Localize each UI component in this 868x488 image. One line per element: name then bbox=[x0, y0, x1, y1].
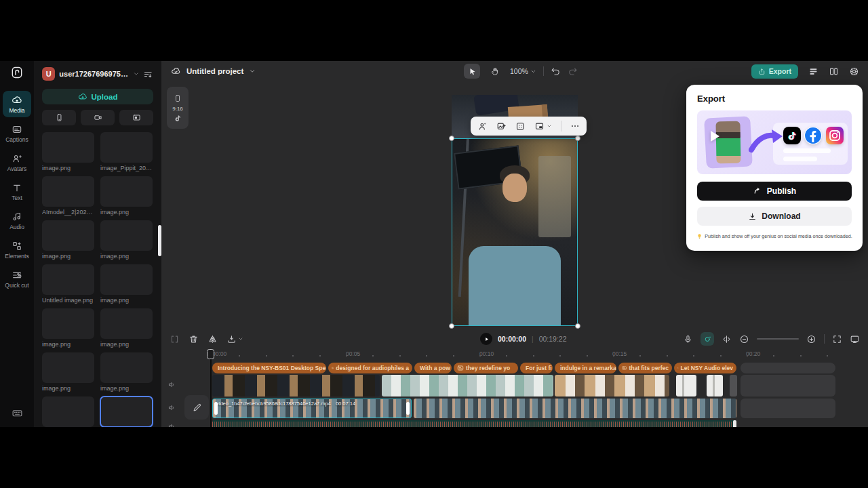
user-avatar[interactable]: U bbox=[42, 67, 55, 81]
split-view-icon[interactable] bbox=[829, 66, 839, 77]
media-thumbnail[interactable]: image.png bbox=[42, 132, 94, 174]
keyboard-shortcuts-icon[interactable] bbox=[12, 407, 23, 419]
camera-source-button[interactable] bbox=[81, 110, 115, 125]
media-thumbnail[interactable]: image.png bbox=[42, 352, 94, 394]
sidebar-item-media[interactable]: Media bbox=[3, 91, 31, 117]
zoom-out-icon[interactable] bbox=[739, 334, 749, 344]
avatar-swap-icon[interactable] bbox=[477, 121, 488, 131]
caption-clip[interactable]: For just fi bbox=[520, 363, 553, 373]
broll-clip[interactable] bbox=[212, 375, 380, 396]
canvas-tools: 100% bbox=[464, 61, 578, 81]
edit-clip-button[interactable] bbox=[184, 395, 209, 420]
mute-track-icon[interactable] bbox=[167, 380, 176, 389]
chevron-down-icon[interactable] bbox=[133, 70, 140, 77]
video-clip-selected[interactable]: video_1b47cfebebcb95868dc17887546e12a7.m… bbox=[212, 399, 412, 418]
playhead-marker[interactable] bbox=[207, 349, 214, 359]
mute-track-icon[interactable] bbox=[167, 422, 176, 427]
mute-track-icon[interactable] bbox=[167, 403, 176, 412]
caption-text: indulge in a remarka bbox=[560, 365, 616, 371]
thumbnail-label: image.png bbox=[100, 297, 153, 304]
caption-clip[interactable]: that fits perfec bbox=[618, 363, 672, 373]
split-clip-icon[interactable] bbox=[170, 334, 180, 344]
broll-clip[interactable] bbox=[676, 375, 696, 396]
divider bbox=[543, 66, 544, 76]
more-options-icon[interactable] bbox=[570, 121, 580, 131]
selection-handle-bottom-right[interactable] bbox=[575, 323, 580, 329]
timeline[interactable]: 00:00 00:05 00:10 00:15 00:20 Introducin… bbox=[161, 349, 868, 427]
microphone-icon[interactable] bbox=[683, 334, 693, 344]
sidebar-item-elements[interactable]: Elements bbox=[3, 237, 31, 263]
publish-button[interactable]: Publish bbox=[697, 182, 852, 201]
chevron-down-icon[interactable] bbox=[249, 68, 256, 75]
user-name[interactable]: user172676969755... bbox=[59, 70, 128, 78]
screen-source-button[interactable] bbox=[119, 110, 153, 125]
caption-clip[interactable]: designed for audiophiles a bbox=[328, 363, 412, 373]
caption-clip[interactable]: indulge in a remarka bbox=[555, 363, 616, 373]
aspect-ratio-selector[interactable]: 9:16 bbox=[167, 87, 189, 129]
sidebar-item-captions[interactable]: Captions bbox=[3, 120, 31, 146]
media-thumbnail-selected[interactable] bbox=[100, 396, 153, 427]
media-thumbnail[interactable]: image.png bbox=[100, 176, 153, 218]
media-thumbnail[interactable]: image.png bbox=[100, 352, 153, 394]
replace-image-icon[interactable] bbox=[496, 121, 507, 131]
frame-style-icon[interactable] bbox=[515, 121, 526, 131]
caption-clip[interactable]: they redefine yo bbox=[454, 363, 518, 373]
media-thumbnail[interactable]: image.png bbox=[100, 220, 153, 262]
sidebar-item-quick-cut[interactable]: Quick cut bbox=[3, 266, 31, 292]
media-thumbnail[interactable]: image.png bbox=[100, 264, 153, 306]
broll-clip[interactable] bbox=[555, 375, 669, 396]
audio-trim-handle[interactable] bbox=[733, 420, 736, 427]
panel-resize-handle[interactable] bbox=[158, 225, 161, 256]
phone-source-button[interactable] bbox=[42, 110, 76, 125]
fullscreen-icon[interactable] bbox=[832, 334, 842, 344]
redo-icon[interactable] bbox=[568, 66, 578, 77]
mirror-flip-icon[interactable] bbox=[208, 334, 218, 344]
sort-icon[interactable] bbox=[143, 69, 153, 79]
media-thumbnail[interactable]: AImodel__2|20250... bbox=[42, 176, 94, 218]
video-clip[interactable] bbox=[414, 399, 736, 418]
clip-trim-handle-left[interactable] bbox=[214, 402, 218, 415]
trim-mode-icon[interactable] bbox=[722, 334, 732, 344]
media-thumbnail[interactable]: image.png bbox=[42, 220, 94, 262]
illustration-video-card bbox=[704, 116, 753, 168]
sidebar-item-audio[interactable]: Audio bbox=[3, 207, 31, 234]
selection-handle-top-left[interactable] bbox=[449, 136, 454, 141]
broll-clip[interactable] bbox=[707, 375, 723, 396]
export-button[interactable]: Export bbox=[751, 64, 798, 79]
layout-dropdown[interactable] bbox=[534, 121, 552, 131]
sidebar-item-avatars[interactable]: Avatars bbox=[3, 149, 31, 176]
delete-icon[interactable] bbox=[189, 334, 199, 344]
media-thumbnail[interactable]: image.png bbox=[42, 308, 94, 350]
play-button[interactable] bbox=[480, 333, 492, 345]
broll-clip-stub[interactable] bbox=[730, 375, 737, 396]
select-tool-button[interactable] bbox=[464, 64, 480, 79]
undo-icon[interactable] bbox=[551, 66, 561, 77]
broll-clip[interactable] bbox=[382, 375, 553, 396]
media-thumbnail[interactable]: image.png bbox=[100, 308, 153, 350]
project-name[interactable]: Untitled project bbox=[186, 67, 243, 75]
caption-clip[interactable]: Introducing the NSY-BS01 Desktop Spea bbox=[212, 363, 326, 373]
preview-display-icon[interactable] bbox=[850, 334, 860, 344]
media-thumbnail[interactable]: Untitled image.png bbox=[42, 264, 94, 306]
settings-gear-icon[interactable] bbox=[849, 66, 859, 77]
zoom-level-dropdown[interactable]: 100% bbox=[510, 67, 536, 75]
download-button[interactable]: Download bbox=[697, 207, 852, 226]
selection-handle-top-right[interactable] bbox=[575, 136, 580, 141]
caption-clip[interactable]: With a pow bbox=[414, 363, 452, 373]
download-clip-dropdown[interactable] bbox=[226, 334, 243, 344]
upload-button[interactable]: Upload bbox=[42, 89, 153, 104]
app-logo-icon[interactable] bbox=[9, 65, 24, 80]
sidebar-item-text[interactable]: Text bbox=[3, 178, 31, 205]
media-thumbnail[interactable]: image_Pippit_202... bbox=[100, 132, 153, 174]
timeline-zoom-slider[interactable] bbox=[757, 338, 799, 340]
caption-clip[interactable]: Let NSY Audio elev bbox=[674, 363, 736, 373]
selection-handle-bottom-left[interactable] bbox=[449, 323, 454, 329]
playhead-line[interactable] bbox=[210, 349, 212, 427]
hand-tool-button[interactable] bbox=[487, 64, 503, 79]
zoom-in-icon[interactable] bbox=[806, 334, 816, 344]
tracks-panel-icon[interactable] bbox=[808, 66, 818, 77]
media-thumbnail[interactable] bbox=[42, 396, 94, 427]
clip-trim-handle-right[interactable] bbox=[406, 402, 410, 415]
audio-clip[interactable] bbox=[212, 420, 736, 427]
smart-tools-button[interactable] bbox=[701, 332, 714, 346]
